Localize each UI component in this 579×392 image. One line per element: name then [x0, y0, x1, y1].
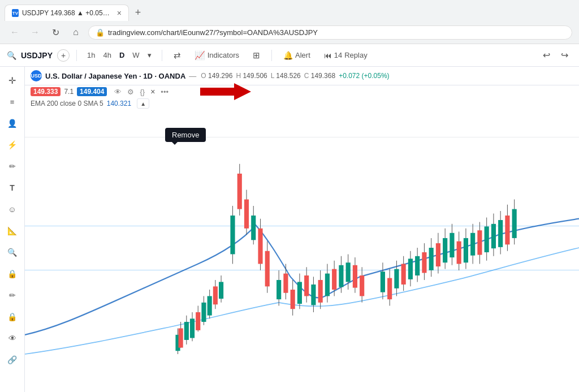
tf-4h[interactable]: 4h — [100, 49, 115, 61]
svg-rect-62 — [394, 269, 399, 288]
redo-button[interactable]: ↪ — [556, 48, 572, 63]
svg-rect-30 — [265, 251, 270, 287]
sidebar-annotation[interactable]: ✏ — [3, 286, 21, 304]
sidebar-zoom[interactable]: 🔍 — [3, 243, 21, 261]
svg-rect-60 — [387, 278, 392, 300]
indicator-row-1: 149.333 7.1 149.404 Remove 👁 ⚙ {} × ••• — [25, 85, 579, 98]
replay-button[interactable]: ⏮ 14 Replay — [319, 49, 372, 62]
sidebar-emoji[interactable]: ☺ — [3, 200, 21, 218]
candlestick-chart — [25, 109, 579, 386]
tf-1h[interactable]: 1h — [84, 49, 98, 61]
remove-popup: Remove — [165, 128, 206, 142]
svg-rect-80 — [457, 242, 461, 264]
svg-rect-28 — [258, 229, 262, 264]
replay-icon: ⏮ — [324, 51, 332, 60]
candles-mid — [276, 254, 364, 315]
chart-canvas[interactable] — [25, 109, 579, 386]
svg-rect-70 — [422, 252, 426, 273]
sidebar-magnet[interactable]: 🔒 — [3, 265, 21, 283]
symbol-label[interactable]: USDJPY — [21, 51, 53, 60]
sidebar-text[interactable]: T — [3, 179, 21, 197]
ohlc-change: +0.072 (+0.05%) — [339, 72, 389, 80]
sidebar-pen[interactable]: ✏ — [3, 157, 21, 175]
svg-rect-78 — [450, 233, 454, 257]
svg-rect-16 — [213, 286, 218, 304]
svg-rect-4 — [179, 328, 183, 347]
svg-rect-50 — [339, 265, 343, 287]
add-symbol-button[interactable]: + — [57, 49, 70, 62]
svg-rect-20 — [230, 216, 235, 254]
tf-dropdown[interactable]: ▾ — [144, 49, 155, 61]
sidebar-lock[interactable]: 🔒 — [3, 308, 21, 326]
ema-label: EMA 200 close 0 SMA 5 — [31, 100, 103, 107]
chart-header: USD U.S. Dollar / Japanese Yen · 1D · OA… — [25, 67, 579, 85]
home-button[interactable]: ⌂ — [68, 24, 84, 40]
indicator-remove-btn[interactable]: × — [149, 87, 157, 97]
svg-rect-24 — [244, 200, 249, 229]
tab-close-btn[interactable]: × — [117, 8, 122, 18]
svg-rect-32 — [276, 280, 281, 299]
svg-rect-48 — [332, 269, 336, 290]
search-icon: 🔍 — [7, 51, 16, 60]
undo-button[interactable]: ↩ — [538, 48, 554, 63]
candles-right — [381, 200, 517, 306]
back-button[interactable]: ← — [7, 24, 23, 40]
indicators-button[interactable]: 📈 Indicators — [190, 48, 244, 63]
tf-D[interactable]: D — [116, 49, 128, 61]
indicator-eye-btn[interactable]: 👁 — [113, 87, 123, 97]
sidebar-ruler[interactable]: 📐 — [3, 222, 21, 240]
chevron-up-btn[interactable]: ▲ — [137, 98, 149, 109]
address-bar[interactable]: 🔒 tradingview.com/chart/iEounw27/?symbol… — [88, 25, 572, 40]
ohlc-o: O 149.296 — [201, 72, 232, 80]
left-sidebar: ✛ ≡ 👤 ⚡ ✏ T ☺ 📐 🔍 🔒 ✏ 🔒 👁 🔗 — [0, 67, 25, 392]
svg-rect-58 — [381, 272, 385, 292]
sidebar-indicator[interactable]: ⚡ — [3, 136, 21, 154]
timeframe-selector[interactable]: 1h 4h D W ▾ — [84, 49, 155, 61]
ohlc-h: H 149.506 — [236, 72, 267, 80]
compare-button[interactable]: ⇄ — [169, 48, 185, 63]
indicator-settings-btn[interactable]: ⚙ — [126, 87, 136, 97]
indicator-code-btn[interactable]: {} — [138, 87, 146, 97]
alert-label: Alert — [295, 51, 310, 59]
svg-rect-94 — [505, 216, 509, 244]
svg-rect-6 — [184, 322, 189, 340]
symbol-full-name: U.S. Dollar / Japanese Yen · 1D · OANDA — [45, 72, 185, 80]
sidebar-crosshair[interactable]: ✛ — [3, 71, 21, 89]
svg-rect-90 — [491, 224, 496, 248]
indicator-more-btn[interactable]: ••• — [159, 87, 170, 97]
svg-rect-86 — [477, 230, 482, 255]
svg-rect-92 — [498, 220, 503, 247]
sidebar-bars[interactable]: ≡ — [3, 93, 21, 111]
sidebar-link[interactable]: 🔗 — [3, 351, 21, 369]
browser-tab[interactable]: TV USDJPY 149.368 ▲ +0.05% Mul... × — [5, 5, 129, 21]
ohlc-l: L 148.526 — [271, 72, 301, 80]
sidebar-profile[interactable]: 👤 — [3, 114, 21, 132]
svg-rect-42 — [311, 285, 316, 305]
separator-2 — [162, 50, 162, 61]
separator-3 — [271, 50, 272, 61]
svg-rect-84 — [470, 233, 475, 256]
alert-button[interactable]: 🔔 Alert — [279, 49, 315, 62]
toolbar-right: ↩ ↪ — [538, 48, 572, 63]
forward-button[interactable]: → — [27, 24, 43, 40]
svg-rect-88 — [485, 226, 489, 252]
sidebar-eye[interactable]: 👁 — [3, 329, 21, 347]
replay-label: Replay — [344, 51, 367, 59]
tf-W[interactable]: W — [129, 49, 142, 61]
chart-area[interactable]: USD U.S. Dollar / Japanese Yen · 1D · OA… — [25, 67, 579, 392]
refresh-button[interactable]: ↻ — [47, 24, 63, 40]
compare-icon: ⇄ — [174, 50, 181, 61]
new-tab-button[interactable]: + — [131, 6, 145, 20]
ohlc-c: C 149.368 — [304, 72, 335, 80]
candles-peak — [230, 164, 269, 293]
tv-toolbar: 🔍 USDJPY + 1h 4h D W ▾ ⇄ 📈 Indicators ⊞ … — [0, 44, 579, 67]
red-arrow — [200, 83, 251, 102]
alert-icon: 🔔 — [283, 51, 293, 60]
svg-rect-38 — [297, 282, 302, 304]
replay-count: 14 — [334, 51, 342, 59]
svg-rect-54 — [353, 265, 357, 288]
ema-value: 140.321 — [107, 100, 131, 107]
templates-button[interactable]: ⊞ — [248, 48, 265, 63]
svg-rect-34 — [283, 274, 288, 293]
indicator-row-2: EMA 200 close 0 SMA 5 140.321 ▲ — [25, 98, 579, 109]
